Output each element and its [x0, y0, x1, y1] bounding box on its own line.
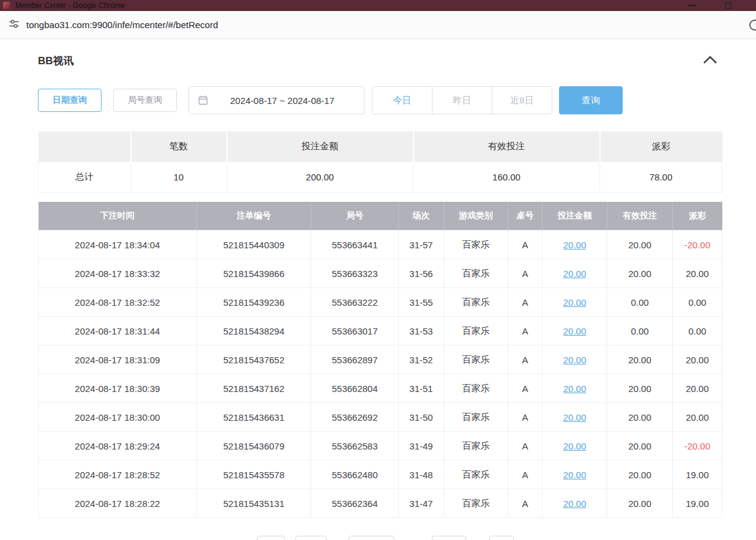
- quick-range-today[interactable]: 今日: [372, 87, 432, 114]
- payout: 20.00: [673, 374, 722, 403]
- table-number: A: [508, 317, 543, 346]
- bet-amount-link[interactable]: 20.00: [543, 432, 607, 460]
- bet-amount-link[interactable]: 20.00: [543, 460, 607, 489]
- bet-time: 2024-08-17 18:28:52: [39, 460, 197, 489]
- window-title: Member Center - Google Chrome: [15, 0, 125, 11]
- pagination-control[interactable]: [489, 536, 514, 540]
- game-type: 百家乐: [444, 317, 508, 346]
- table-number: A: [508, 489, 543, 518]
- calendar-icon: [198, 95, 208, 105]
- pagination-control[interactable]: [349, 536, 395, 540]
- collapse-panel-button[interactable]: [702, 55, 718, 66]
- bet-number: 521815435131: [197, 489, 311, 518]
- bet-number: 521815435578: [197, 460, 311, 489]
- bet-amount-link[interactable]: 20.00: [543, 374, 607, 403]
- round-number: 553662692: [311, 403, 399, 432]
- date-range-picker[interactable]: 2024-08-17 ~ 2024-08-17: [188, 86, 365, 114]
- window-titlebar: Member Center - Google Chrome: [0, 0, 756, 11]
- date-query-tab[interactable]: 日期查询: [38, 89, 102, 112]
- session: 31-48: [399, 460, 444, 489]
- bet-time: 2024-08-17 18:29:24: [39, 432, 197, 460]
- summary-column-header: 笔数: [131, 131, 227, 162]
- pagination-control[interactable]: [432, 536, 466, 540]
- game-type: 百家乐: [444, 374, 508, 403]
- game-type: 百家乐: [444, 259, 508, 288]
- session: 31-56: [399, 259, 444, 288]
- records-column-header: 派彩: [673, 202, 722, 231]
- summary-count: 10: [131, 162, 227, 193]
- bet-amount-link[interactable]: 20.00: [543, 231, 607, 259]
- table-number: A: [508, 288, 543, 317]
- payout: 20.00: [673, 259, 722, 288]
- maximize-icon[interactable]: [725, 2, 732, 9]
- table-row: 2024-08-17 18:33:32 521815439866 5536633…: [39, 259, 722, 288]
- bet-number: 521815436079: [197, 432, 311, 460]
- game-type: 百家乐: [444, 432, 508, 460]
- payout: 20.00: [673, 346, 722, 374]
- game-type: 百家乐: [444, 460, 508, 489]
- table-number: A: [508, 432, 543, 460]
- records-column-header: 桌号: [508, 202, 543, 231]
- bet-number: 521815440309: [197, 231, 311, 259]
- session: 31-53: [399, 317, 444, 346]
- url-field[interactable]: tongbao31.com:9900/infe/mcenter/#/betRec…: [26, 20, 218, 30]
- payout: -20.00: [673, 432, 722, 460]
- round-query-tab[interactable]: 局号查询: [113, 89, 177, 112]
- search-button[interactable]: 查询: [559, 86, 623, 114]
- round-number: 553662364: [311, 489, 399, 518]
- bet-number: 521815439866: [197, 259, 311, 288]
- summary-header-row: 笔数投注金额有效投注派彩: [39, 131, 722, 162]
- records-header-row: 下注时间注单编号局号场次游戏类别桌号投注金额有效投注派彩: [39, 202, 722, 231]
- table-row: 2024-08-17 18:32:52 521815439236 5536632…: [39, 288, 722, 317]
- round-number: 553662804: [311, 374, 399, 403]
- quick-range-yesterday[interactable]: 昨日: [432, 87, 492, 114]
- bet-time: 2024-08-17 18:34:04: [39, 231, 197, 259]
- payout: 20.00: [673, 403, 722, 432]
- valid-bet: 20.00: [607, 489, 673, 518]
- bet-time: 2024-08-17 18:31:09: [39, 346, 197, 374]
- records-column-header: 下注时间: [39, 202, 197, 231]
- records-body: 2024-08-17 18:34:04 521815440309 5536634…: [39, 231, 722, 518]
- payout: 19.00: [673, 460, 722, 489]
- bet-amount-link[interactable]: 20.00: [543, 288, 607, 317]
- round-number: 553662480: [311, 460, 399, 489]
- bet-number: 521815437652: [197, 346, 311, 374]
- pagination: [257, 536, 514, 540]
- round-number: 553662583: [311, 432, 399, 460]
- summary-payout: 78.00: [600, 162, 722, 193]
- round-number: 553662897: [311, 346, 399, 374]
- session: 31-50: [399, 403, 444, 432]
- records-table: 下注时间注单编号局号场次游戏类别桌号投注金额有效投注派彩 2024-08-17 …: [38, 202, 722, 518]
- date-range-value: 2024-08-17 ~ 2024-08-17: [208, 95, 364, 106]
- quick-range-last8days[interactable]: 近8日: [492, 87, 552, 114]
- bet-amount-link[interactable]: 20.00: [543, 346, 607, 374]
- records-column-header: 投注金额: [543, 202, 607, 231]
- valid-bet: 20.00: [607, 346, 673, 374]
- game-type: 百家乐: [444, 489, 508, 518]
- pagination-control[interactable]: [257, 536, 285, 540]
- game-type: 百家乐: [444, 346, 508, 374]
- table-number: A: [508, 403, 543, 432]
- bet-amount-link[interactable]: 20.00: [543, 403, 607, 432]
- pagination-control[interactable]: [295, 536, 327, 540]
- payout: 19.00: [673, 489, 722, 518]
- filter-toolbar: 日期查询 局号查询 2024-08-17 ~ 2024-08-17 今日 昨日 …: [38, 86, 623, 114]
- summary-row-label: 总计: [39, 162, 131, 193]
- records-column-header: 场次: [399, 202, 444, 231]
- bet-amount-link[interactable]: 20.00: [543, 489, 607, 518]
- bet-number: 521815439236: [197, 288, 311, 317]
- bet-amount-link[interactable]: 20.00: [543, 259, 607, 288]
- site-settings-icon[interactable]: [9, 18, 20, 32]
- minimize-icon[interactable]: [688, 5, 696, 6]
- records-column-header: 有效投注: [607, 202, 673, 231]
- round-number: 553663222: [311, 288, 399, 317]
- table-row: 2024-08-17 18:31:09 521815437652 5536628…: [39, 346, 722, 374]
- account-circle-icon[interactable]: [749, 20, 756, 31]
- bet-amount-link[interactable]: 20.00: [543, 317, 607, 346]
- game-type: 百家乐: [444, 231, 508, 259]
- valid-bet: 20.00: [607, 460, 673, 489]
- summary-bet-amount: 200.00: [227, 162, 413, 193]
- table-number: A: [508, 259, 543, 288]
- valid-bet: 20.00: [607, 259, 673, 288]
- page-title: BB视讯: [38, 54, 74, 68]
